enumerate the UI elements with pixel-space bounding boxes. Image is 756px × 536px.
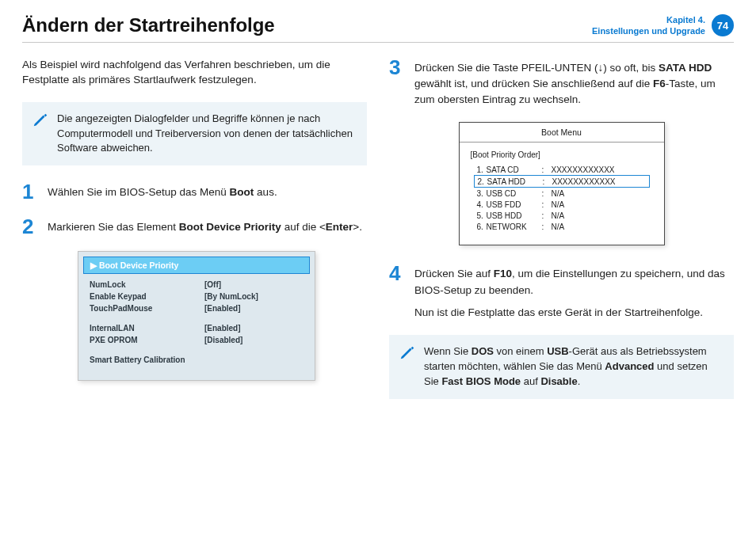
chapter-text: Kapitel 4. Einstellungen und Upgrade: [592, 14, 705, 37]
boot-menu-subtitle: [Boot Priority Order]: [471, 150, 653, 159]
step-2-text: Markieren Sie das Element Boot Device Pr…: [48, 216, 362, 237]
boot-row: 3.USB CD:N/A: [471, 188, 653, 199]
note-icon: [32, 112, 49, 129]
right-column: 3 Drücken Sie die Taste PFEIL-UNTEN (↓) …: [389, 57, 734, 415]
intro-text: Als Beispiel wird nachfolgend das Verfah…: [22, 57, 367, 88]
bios-row: PXE OPROM[Disabled]: [78, 334, 315, 346]
chapter-line1: Kapitel 4.: [666, 15, 705, 25]
boot-device-value: XXXXXXXXXXXX: [552, 165, 615, 174]
bios-setting-value: [Enabled]: [204, 304, 241, 313]
note-box-1: Die angezeigten Dialogfelder und Begriff…: [22, 102, 367, 166]
bios-setting-value: [Disabled]: [204, 336, 242, 344]
boot-device-name: SATA HDD: [487, 177, 543, 186]
step-1-number: 1: [22, 181, 40, 202]
bios-setting-name: NumLock: [90, 280, 204, 289]
left-column: Als Beispiel wird nachfolgend das Verfah…: [22, 57, 367, 415]
boot-menu-body: [Boot Priority Order] 1.SATA CD:XXXXXXXX…: [460, 143, 664, 245]
bios-row: NumLock[Off]: [78, 279, 315, 291]
note-icon: [399, 344, 416, 362]
bios-setting-value: [By NumLock]: [204, 292, 258, 301]
bios-row: TouchPadMouse[Enabled]: [78, 302, 315, 314]
bios-setting-name: PXE OPROM: [90, 336, 204, 344]
bios-row: Smart Battery Calibration: [78, 354, 315, 366]
step-2: 2 Markieren Sie das Element Boot Device …: [22, 216, 367, 237]
boot-device-name: USB HDD: [487, 211, 542, 220]
bios-setting-name: InternalLAN: [90, 324, 204, 333]
boot-device-value: N/A: [552, 222, 565, 231]
note-text-1: Die angezeigten Dialogfelder und Begriff…: [57, 112, 353, 154]
step-4-number: 4: [389, 263, 407, 321]
step-3: 3 Drücken Sie die Taste PFEIL-UNTEN (↓) …: [389, 57, 734, 108]
page-header: Ändern der Startreihenfolge Kapitel 4. E…: [22, 14, 734, 43]
bios-setting-value: [Off]: [204, 280, 221, 289]
boot-row: 5.USB HDD:N/A: [471, 210, 653, 221]
boot-device-name: USB CD: [487, 189, 542, 198]
step-3-text: Drücken Sie die Taste PFEIL-UNTEN (↓) so…: [414, 57, 734, 108]
bios-setting-name: Enable Keypad: [90, 292, 204, 301]
boot-device-value: XXXXXXXXXXXX: [552, 177, 616, 186]
bios-settings-card: ▶ Boot Device Priority NumLock[Off]Enabl…: [78, 251, 315, 381]
step-3-number: 3: [389, 57, 407, 108]
step-1-text: Wählen Sie im BIOS-Setup das Menü Boot a…: [48, 181, 277, 202]
boot-device-name: NETWORK: [487, 222, 542, 231]
boot-device-value: N/A: [552, 189, 565, 198]
bios-group-3: Smart Battery Calibration: [78, 354, 315, 366]
boot-row: 4.USB FDD:N/A: [471, 199, 653, 210]
bios-row: InternalLAN[Enabled]: [78, 322, 315, 334]
bios-setting-name: TouchPadMouse: [90, 304, 204, 313]
boot-row-selected: 2.SATA HDD:XXXXXXXXXXXX: [474, 175, 650, 188]
bios-setting-value: [Enabled]: [204, 324, 241, 333]
bios-row: Enable Keypad[By NumLock]: [78, 291, 315, 302]
step-2-number: 2: [22, 216, 40, 237]
bios-setting-name: Smart Battery Calibration: [90, 355, 204, 364]
step-4: 4 Drücken Sie auf F10, um die Einstellun…: [389, 263, 734, 321]
step-1: 1 Wählen Sie im BIOS-Setup das Menü Boot…: [22, 181, 367, 202]
boot-device-name: USB FDD: [487, 200, 542, 209]
page-title: Ändern der Startreihenfolge: [22, 14, 275, 36]
note-text-2: Wenn Sie DOS von einem USB-Gerät aus als…: [424, 345, 708, 387]
boot-device-name: SATA CD: [487, 165, 542, 174]
boot-device-value: N/A: [552, 200, 565, 209]
boot-device-value: N/A: [552, 211, 565, 220]
page-number-badge: 74: [712, 14, 734, 36]
boot-row: 6.NETWORK:N/A: [471, 221, 653, 232]
chapter-line2: Einstellungen und Upgrade: [592, 26, 705, 36]
step-4-text-line2: Nun ist die Festplatte das erste Gerät i…: [414, 306, 703, 318]
chapter-box: Kapitel 4. Einstellungen und Upgrade 74: [592, 14, 734, 37]
boot-row: 1.SATA CD:XXXXXXXXXXXX: [471, 164, 653, 175]
bios-group-2: InternalLAN[Enabled]PXE OPROM[Disabled]: [78, 322, 315, 346]
bios-highlight-row: ▶ Boot Device Priority: [83, 257, 310, 274]
note-box-2: Wenn Sie DOS von einem USB-Gerät aus als…: [389, 335, 734, 399]
boot-menu-title: Boot Menu: [460, 123, 664, 143]
step-4-text: Drücken Sie auf F10, um die Einstellunge…: [414, 263, 734, 321]
bios-group-1: NumLock[Off]Enable Keypad[By NumLock]Tou…: [78, 279, 315, 314]
boot-menu-card: Boot Menu [Boot Priority Order] 1.SATA C…: [459, 122, 665, 245]
